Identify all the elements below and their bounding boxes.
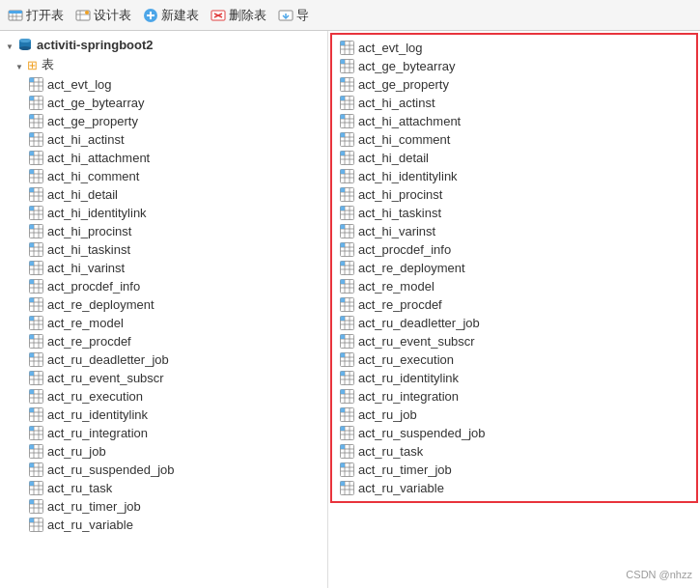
table-name-label: act_ge_bytearray <box>47 96 144 110</box>
right-list-item[interactable]: act_hi_varinst <box>332 222 696 240</box>
left-tree-item[interactable]: act_re_model <box>0 314 327 332</box>
table-name-label: act_ru_deadletter_job <box>47 352 169 367</box>
left-tree-item[interactable]: act_hi_procinst <box>0 222 327 240</box>
svg-rect-236 <box>341 225 346 230</box>
delete-table-button[interactable]: 删除表 <box>210 7 266 24</box>
table-icon <box>340 371 354 385</box>
table-name-label: act_ru_event_subscr <box>47 371 164 385</box>
db-expand-icon <box>6 38 14 52</box>
table-name-label: act_procdef_info <box>47 279 140 294</box>
svg-rect-290 <box>341 390 346 395</box>
right-list-item[interactable]: act_ru_integration <box>332 387 696 406</box>
open-table-label: 打开表 <box>26 7 64 24</box>
right-list-item[interactable]: act_ru_timer_job <box>332 461 696 479</box>
table-name-label: act_hi_procinst <box>358 187 442 202</box>
left-tree-item[interactable]: act_re_deployment <box>0 295 327 314</box>
table-icon <box>29 132 43 147</box>
left-tree-item[interactable]: act_hi_comment <box>0 167 327 185</box>
table-icon <box>29 389 43 404</box>
right-table-list-container: act_evt_log act_ge_bytearray act_ge_prop… <box>330 33 698 503</box>
svg-rect-206 <box>341 133 346 138</box>
export-button[interactable]: 导 <box>278 7 309 24</box>
table-icon <box>340 242 354 257</box>
left-tree-item[interactable]: act_ru_identitylink <box>0 406 327 424</box>
svg-rect-92 <box>30 280 35 285</box>
svg-rect-38 <box>30 115 35 120</box>
right-list-item[interactable]: act_ru_job <box>332 406 696 424</box>
new-table-label: 新建表 <box>161 7 199 24</box>
table-icon <box>340 96 354 110</box>
right-list-item[interactable]: act_hi_actinst <box>332 94 696 112</box>
left-tree-item[interactable]: act_ru_integration <box>0 424 327 442</box>
left-tree-item[interactable]: act_hi_identitylink <box>0 204 327 222</box>
table-icon <box>340 389 354 404</box>
watermark: CSDN @nhzz <box>626 569 692 580</box>
svg-rect-104 <box>30 317 35 322</box>
tables-group[interactable]: ⊞ 表 <box>0 54 327 75</box>
right-list-item[interactable]: act_hi_identitylink <box>332 167 696 185</box>
svg-rect-32 <box>30 97 35 101</box>
right-list-item[interactable]: act_hi_taskinst <box>332 204 696 222</box>
right-list-item[interactable]: act_ru_suspended_job <box>332 424 696 442</box>
table-icon <box>29 206 43 220</box>
left-tree-item[interactable]: act_ru_task <box>0 479 327 497</box>
left-tree-item[interactable]: act_hi_attachment <box>0 149 327 167</box>
tables-expand-icon <box>15 58 23 72</box>
table-icon <box>29 316 43 330</box>
table-name-label: act_ru_job <box>358 407 417 422</box>
left-tree-item[interactable]: act_ru_execution <box>0 387 327 406</box>
right-list-item[interactable]: act_hi_comment <box>332 130 696 149</box>
left-tree-item[interactable]: act_hi_actinst <box>0 130 327 149</box>
table-name-label: act_ru_identitylink <box>358 371 459 385</box>
table-name-label: act_hi_varinst <box>358 224 435 238</box>
table-icon <box>340 169 354 183</box>
left-tree-item[interactable]: act_ru_suspended_job <box>0 461 327 479</box>
left-tree-item[interactable]: act_ru_timer_job <box>0 497 327 516</box>
table-name-label: act_ru_suspended_job <box>358 426 486 440</box>
table-name-label: act_hi_comment <box>47 169 139 183</box>
right-list-item[interactable]: act_ru_deadletter_job <box>332 314 696 332</box>
left-tree-item[interactable]: act_procdef_info <box>0 277 327 295</box>
left-tree-item[interactable]: act_ru_event_subscr <box>0 369 327 387</box>
left-tree-item[interactable]: act_ru_variable <box>0 516 327 534</box>
right-list-item[interactable]: act_hi_procinst <box>332 185 696 204</box>
right-list-item[interactable]: act_ru_variable <box>332 479 696 497</box>
right-list-item[interactable]: act_ge_bytearray <box>332 57 696 75</box>
left-tree-item[interactable]: act_evt_log <box>0 75 327 94</box>
table-icon <box>29 499 43 514</box>
open-table-button[interactable]: 打开表 <box>8 7 64 24</box>
svg-rect-200 <box>341 115 346 120</box>
left-tree-item[interactable]: act_hi_detail <box>0 185 327 204</box>
right-list-item[interactable]: act_ru_execution <box>332 350 696 369</box>
tables-group-label: 表 <box>42 56 54 73</box>
design-table-button[interactable]: 设计表 <box>75 7 131 24</box>
right-list-item[interactable]: act_re_model <box>332 277 696 295</box>
left-tree-item[interactable]: act_re_procdef <box>0 332 327 350</box>
right-list-item[interactable]: act_re_deployment <box>332 259 696 277</box>
svg-rect-140 <box>30 427 35 432</box>
right-list-item[interactable]: act_ru_event_subscr <box>332 332 696 350</box>
right-list-item[interactable]: act_re_procdef <box>332 295 696 314</box>
right-list-item[interactable]: act_ru_identitylink <box>332 369 696 387</box>
table-icon <box>340 462 354 477</box>
left-tree-item[interactable]: act_hi_taskinst <box>0 240 327 259</box>
toolbar: 打开表 设计表 新建表 删除表 导 <box>0 0 700 31</box>
left-tree-item[interactable]: act_ge_bytearray <box>0 94 327 112</box>
left-tree-item[interactable]: act_ru_job <box>0 442 327 461</box>
left-tree-item[interactable]: act_ge_property <box>0 112 327 130</box>
right-list-item[interactable]: act_ge_property <box>332 75 696 94</box>
table-name-label: act_hi_attachment <box>47 151 150 165</box>
right-list-item[interactable]: act_evt_log <box>332 39 696 57</box>
table-icon <box>29 151 43 165</box>
right-list-item[interactable]: act_hi_attachment <box>332 112 696 130</box>
table-icon <box>340 316 354 330</box>
right-list-item[interactable]: act_hi_detail <box>332 149 696 167</box>
right-list-item[interactable]: act_ru_task <box>332 442 696 461</box>
table-name-label: act_ru_integration <box>358 389 459 404</box>
db-root-item[interactable]: activiti-springboot2 <box>0 35 327 54</box>
left-tree-item[interactable]: act_hi_varinst <box>0 259 327 277</box>
right-list-item[interactable]: act_procdef_info <box>332 240 696 259</box>
new-table-button[interactable]: 新建表 <box>143 7 199 24</box>
left-tree-item[interactable]: act_ru_deadletter_job <box>0 350 327 369</box>
table-name-label: act_hi_detail <box>358 151 429 165</box>
